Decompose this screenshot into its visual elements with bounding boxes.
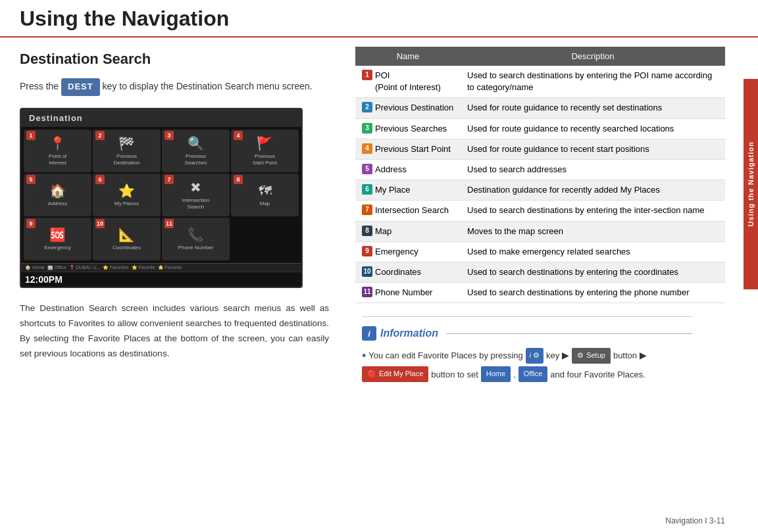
table-cell-desc: Used to search destinations by entering … xyxy=(461,66,725,98)
info-set-text: button to set xyxy=(431,367,478,382)
nav-item-label-3: PreviousSearches xyxy=(185,153,207,166)
nav-time: 12:00PM xyxy=(25,274,63,285)
info-end-text: and four Favorite Places. xyxy=(550,367,645,382)
table-row: 8MapMoves to the map screen xyxy=(355,221,725,241)
page-number: Navigation I 3-11 xyxy=(665,516,725,525)
office-button[interactable]: Office xyxy=(518,366,548,382)
setup-button[interactable]: ⚙ Setup xyxy=(572,348,611,364)
nav-item-empty xyxy=(231,218,299,260)
table-cell-desc: Used for route guidance to recent start … xyxy=(461,139,725,159)
table-cell-name: 7Intersection Search xyxy=(355,201,461,221)
table-cell-name: 2Previous Destination xyxy=(355,98,461,118)
nav-item-label-9: Emergency xyxy=(44,245,70,251)
nav-item-5[interactable]: 5 🏠 Address xyxy=(24,174,91,216)
nav-grid: 1 📍 Point ofInterest 2 🏁 PreviousDestina… xyxy=(21,127,301,263)
table-cell-desc: Used to make emergency related searches xyxy=(461,241,725,262)
edit-my-place-button[interactable]: 🔴 Edit My Place xyxy=(362,366,428,382)
intro-part1: Press the xyxy=(20,81,59,91)
dest-key-button: DEST xyxy=(61,78,100,96)
table-row: 4Previous Start PointUsed for route guid… xyxy=(355,139,725,159)
nav-item-num-2: 2 xyxy=(95,131,105,140)
fav-dubai: 📍 DUBAI, U... xyxy=(69,265,100,270)
page-container: Using the Navigation Using the Navigatio… xyxy=(0,0,758,404)
intro-part2: key to display the Destination Search me… xyxy=(103,81,313,91)
table-cell-name: 1POI(Point of Interest) xyxy=(355,66,461,98)
nav-item-8[interactable]: 8 🗺 Map xyxy=(231,174,299,216)
nav-item-9[interactable]: 9 🆘 Emergency xyxy=(24,218,91,260)
left-column: Destination Search Press the DEST key to… xyxy=(0,37,349,404)
description-table: Name Description 1POI(Point of Interest)… xyxy=(355,47,725,303)
table-cell-name: 4Previous Start Point xyxy=(355,139,461,159)
nav-screen-header: Destination xyxy=(21,109,301,127)
nav-item-11[interactable]: 11 📞 Phone Number xyxy=(162,218,230,260)
table-cell-desc: Used to search destinations by entering … xyxy=(461,201,725,221)
table-cell-desc: Used to search addresses xyxy=(461,159,725,180)
nav-item-icon-9: 🆘 xyxy=(49,227,66,243)
nav-item-7[interactable]: 7 ✖ IntersectionSearch xyxy=(162,174,230,216)
fav-favorites1: ⭐ Favorites xyxy=(103,265,129,270)
info-content: • You can edit Favorite Places by pressi… xyxy=(362,347,692,382)
nav-item-label-2: PreviousDestination xyxy=(113,153,139,166)
nav-item-icon-11: 📞 xyxy=(188,227,204,243)
setup-icon: ⚙ xyxy=(577,349,584,362)
nav-item-icon-4: 🚩 xyxy=(257,135,273,151)
nav-item-num-10: 10 xyxy=(95,219,105,228)
intro-paragraph: Press the DEST key to display the Destin… xyxy=(20,78,329,96)
nav-fav-bar: 🏠 Home 🏢 Office 📍 DUBAI, U... ⭐ Favorite… xyxy=(21,263,301,272)
nav-item-num-6: 6 xyxy=(95,175,105,184)
fav-favorites3: ⭐ Favorite xyxy=(158,265,182,270)
info-title-row: i Information xyxy=(362,326,692,341)
table-row: 3Previous SearchesUsed for route guidanc… xyxy=(355,118,725,139)
page-header: Using the Navigation xyxy=(0,0,758,37)
info-icon: i xyxy=(362,326,376,341)
section-title: Destination Search xyxy=(20,51,329,68)
home-button[interactable]: Home xyxy=(481,366,511,382)
right-column: Name Description 1POI(Point of Interest)… xyxy=(349,37,758,404)
nav-item-icon-5: 🏠 xyxy=(49,183,66,199)
info-key-button[interactable]: i ⚙ xyxy=(526,348,543,364)
nav-item-4[interactable]: 4 🚩 PreviousStart Point xyxy=(231,130,299,172)
side-tab: Using the Navigation xyxy=(744,79,758,289)
home-label: Home xyxy=(486,368,505,381)
table-row: 7Intersection SearchUsed to search desti… xyxy=(355,201,725,221)
page-title: Using the Navigation xyxy=(20,7,738,31)
nav-item-10[interactable]: 10 📐 Coordinates xyxy=(93,218,161,260)
arrow-icon-1: ▶ xyxy=(562,347,569,364)
nav-item-1[interactable]: 1 📍 Point ofInterest xyxy=(24,130,91,172)
info-key-text: key xyxy=(546,348,559,363)
table-row: 11Phone NumberUsed to search destination… xyxy=(355,283,725,303)
table-cell-name: 9Emergency xyxy=(355,241,461,262)
nav-item-label-7: IntersectionSearch xyxy=(182,197,209,210)
table-row: 9EmergencyUsed to make emergency related… xyxy=(355,241,725,262)
nav-item-num-11: 11 xyxy=(164,219,174,228)
table-cell-name: 8Map xyxy=(355,221,461,241)
nav-status-bar: 12:00PM xyxy=(21,272,301,287)
nav-item-num-4: 4 xyxy=(234,131,243,140)
edit-icon: 🔴 xyxy=(367,368,376,381)
col-name-header: Name xyxy=(355,47,461,66)
info-title-text: Information xyxy=(380,327,438,339)
office-label: Office xyxy=(524,368,543,381)
table-row: 1POI(Point of Interest)Used to search de… xyxy=(355,66,725,98)
nav-item-label-1: Point ofInterest xyxy=(49,153,66,166)
table-cell-desc: Used for route guidance to recently set … xyxy=(461,98,725,118)
nav-item-icon-6: ⭐ xyxy=(118,183,135,199)
table-cell-name: 6My Place xyxy=(355,180,461,201)
fav-office: 🏢 Office xyxy=(47,265,66,270)
information-section: i Information • You can edit Favorite Pl… xyxy=(355,303,725,395)
nav-item-num-8: 8 xyxy=(234,175,243,184)
table-cell-name: 10Coordinates xyxy=(355,262,461,282)
nav-item-num-1: 1 xyxy=(26,131,36,140)
nav-item-6[interactable]: 6 ⭐ My Places xyxy=(93,174,161,216)
main-layout: Destination Search Press the DEST key to… xyxy=(0,37,758,404)
col-desc-header: Description xyxy=(461,47,725,66)
table-row: 6My PlaceDestination guidance for recent… xyxy=(355,180,725,201)
nav-item-3[interactable]: 3 🔍 PreviousSearches xyxy=(162,130,230,172)
nav-screen-mockup: Destination 1 📍 Point ofInterest 2 🏁 Pre… xyxy=(20,108,303,288)
setup-label: Setup xyxy=(586,349,605,362)
fav-favorites2: ⭐ Favorite xyxy=(132,265,155,270)
nav-item-icon-10: 📐 xyxy=(118,227,135,243)
table-row: 10CoordinatesUsed to search destinations… xyxy=(355,262,725,282)
nav-item-2[interactable]: 2 🏁 PreviousDestination xyxy=(93,130,161,172)
nav-item-icon-7: ✖ xyxy=(190,180,201,195)
